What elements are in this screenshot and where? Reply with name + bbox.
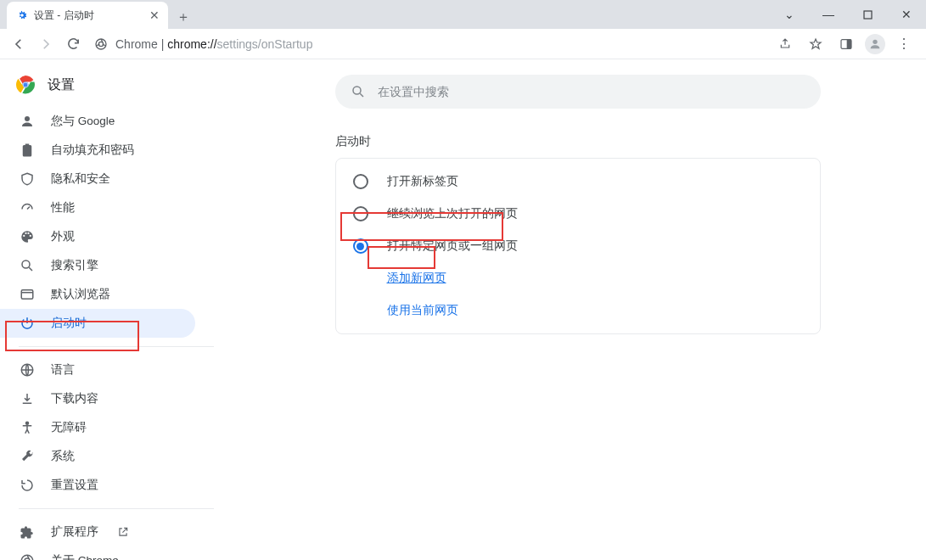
search-icon (351, 84, 366, 99)
gear-icon (15, 8, 29, 22)
download-icon (19, 390, 36, 407)
url-text: Chrome | chrome://settings/onStartup (115, 37, 312, 51)
sidebar-item-label: 关于 Chrome (51, 553, 119, 560)
radio-label: 打开特定网页或一组网页 (387, 238, 518, 254)
section-title: 启动时 (335, 134, 821, 149)
settings-title: 设置 (48, 76, 75, 94)
dropdown-icon[interactable]: ⌄ (770, 0, 809, 29)
sidebar-item-languages[interactable]: 语言 (0, 356, 195, 384)
svg-point-13 (26, 422, 29, 424)
svg-point-1 (96, 39, 106, 49)
power-icon (19, 315, 36, 332)
sidebar-header: 设置 (0, 75, 229, 107)
chrome-logo-icon (15, 75, 36, 95)
back-button[interactable] (7, 32, 31, 56)
sidebar-item-label: 无障碍 (51, 420, 87, 435)
external-link-icon (117, 526, 129, 538)
sidebar-item-label: 搜索引擎 (51, 258, 98, 273)
close-tab-icon[interactable]: ✕ (149, 8, 160, 22)
svg-point-5 (873, 39, 877, 43)
window-controls: ⌄ — ✕ (770, 0, 926, 29)
profile-avatar[interactable] (865, 34, 885, 54)
sidebar-item-about-chrome[interactable]: 关于 Chrome (0, 546, 195, 560)
svg-rect-4 (847, 39, 851, 48)
menu-button[interactable]: ⋮ (892, 32, 916, 56)
reset-icon (19, 477, 36, 494)
sidebar-item-label: 性能 (51, 200, 75, 216)
sidebar-item-label: 外观 (51, 229, 75, 244)
use-current-pages-row[interactable]: 使用当前网页 (336, 294, 820, 327)
radio-icon (353, 238, 368, 254)
sidebar-item-extensions[interactable]: 扩展程序 (0, 518, 195, 546)
radio-option-new-tab[interactable]: 打开新标签页 (336, 165, 820, 198)
shield-icon (19, 171, 36, 188)
accessibility-icon (19, 419, 36, 436)
browser-tab[interactable]: 设置 - 启动时 ✕ (7, 2, 168, 29)
sidebar-item-on-startup[interactable]: 启动时 (0, 309, 195, 338)
speedometer-icon (19, 199, 36, 216)
svg-point-8 (24, 83, 28, 87)
radio-icon (353, 174, 368, 189)
extension-icon (19, 524, 36, 540)
sidebar-item-label: 默认浏览器 (51, 287, 110, 302)
address-bar[interactable]: Chrome | chrome://settings/onStartup (88, 36, 770, 52)
chrome-icon (19, 552, 36, 560)
new-tab-button[interactable]: ＋ (171, 5, 195, 29)
sidebar-divider (19, 346, 214, 347)
sidebar-item-you-and-google[interactable]: 您与 Google (0, 107, 195, 136)
bookmark-icon[interactable] (804, 32, 828, 56)
minimize-button[interactable]: — (809, 0, 848, 29)
sidebar-item-accessibility[interactable]: 无障碍 (0, 413, 195, 442)
sidebar-item-label: 下载内容 (51, 391, 98, 406)
sidebar-item-system[interactable]: 系统 (0, 442, 195, 471)
on-startup-section: 启动时 打开新标签页 继续浏览上次打开的网页 打开特定网页或一组网页 添加新网页 (335, 134, 821, 334)
sidebar-item-search[interactable]: 搜索引擎 (0, 251, 195, 280)
sidebar-item-label: 语言 (51, 362, 75, 378)
close-window-button[interactable]: ✕ (887, 0, 926, 29)
svg-rect-11 (21, 290, 33, 300)
forward-button[interactable] (34, 32, 58, 56)
sidebar-item-label: 启动时 (51, 316, 87, 331)
reload-button[interactable] (61, 32, 85, 56)
radio-option-specific-pages[interactable]: 打开特定网页或一组网页 (336, 230, 820, 262)
startup-card: 打开新标签页 继续浏览上次打开的网页 打开特定网页或一组网页 添加新网页 使用当… (335, 158, 821, 334)
settings-search[interactable] (335, 75, 821, 109)
use-current-pages-link[interactable]: 使用当前网页 (387, 304, 458, 316)
radio-option-continue[interactable]: 继续浏览上次打开的网页 (336, 198, 820, 230)
svg-point-10 (22, 260, 30, 268)
sidebar-item-label: 重置设置 (51, 478, 98, 493)
sidebar-item-privacy[interactable]: 隐私和安全 (0, 165, 195, 193)
maximize-button[interactable] (848, 0, 887, 29)
settings-main: 启动时 打开新标签页 继续浏览上次打开的网页 打开特定网页或一组网页 添加新网页 (229, 59, 926, 560)
tab-title: 设置 - 启动时 (34, 8, 144, 23)
content-area: 设置 您与 Google 自动填充和密码 隐私和安全 性能 外观 搜索引擎 默认… (0, 59, 926, 560)
search-icon (19, 257, 36, 274)
sidebar-item-label: 扩展程序 (51, 524, 98, 540)
sidebar-item-label: 系统 (51, 449, 75, 464)
radio-icon (353, 206, 368, 221)
browser-toolbar: Chrome | chrome://settings/onStartup ⋮ (0, 29, 926, 59)
globe-icon (19, 361, 36, 378)
sidebar-item-default-browser[interactable]: 默认浏览器 (0, 280, 195, 309)
sidepanel-icon[interactable] (834, 32, 858, 56)
sidebar-item-label: 隐私和安全 (51, 171, 110, 187)
add-new-page-row[interactable]: 添加新网页 (336, 262, 820, 294)
sidebar-item-downloads[interactable]: 下载内容 (0, 384, 195, 413)
person-icon (19, 113, 36, 130)
sidebar-item-performance[interactable]: 性能 (0, 193, 195, 222)
svg-rect-0 (864, 11, 872, 19)
chrome-site-icon (93, 36, 109, 52)
sidebar-item-appearance[interactable]: 外观 (0, 222, 195, 251)
search-input[interactable] (378, 85, 805, 98)
sidebar-divider (19, 508, 214, 509)
sidebar-item-label: 您与 Google (51, 114, 115, 129)
palette-icon (19, 228, 36, 245)
sidebar-item-reset[interactable]: 重置设置 (0, 471, 195, 500)
titlebar: 设置 - 启动时 ✕ ＋ ⌄ — ✕ (0, 0, 926, 29)
add-new-page-link[interactable]: 添加新网页 (387, 272, 446, 284)
sidebar-item-label: 自动填充和密码 (51, 143, 134, 158)
svg-point-16 (353, 87, 361, 94)
share-icon[interactable] (773, 32, 797, 56)
sidebar-item-autofill[interactable]: 自动填充和密码 (0, 136, 195, 165)
clipboard-icon (19, 142, 36, 159)
